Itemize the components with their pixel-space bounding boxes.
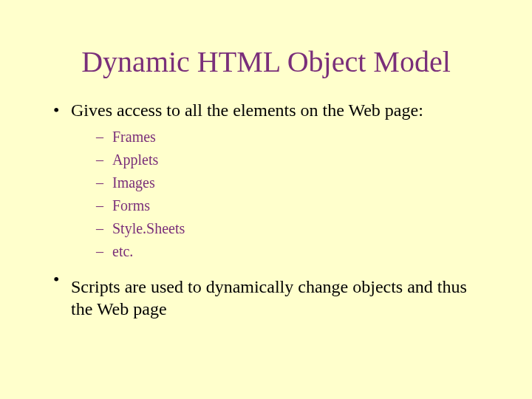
bullet-list-level1: Gives access to all the elements on the … [50,100,488,320]
bullet-list-level2: Frames Applets Images Forms Style.Sheets… [71,127,488,262]
sub-bullet-item: Forms [95,196,488,216]
sub-bullet-text: Images [112,174,155,191]
slide-title: Dynamic HTML Object Model [0,0,532,100]
slide-body: Gives access to all the elements on the … [0,100,532,320]
sub-bullet-item: Applets [95,150,488,170]
slide: Dynamic HTML Object Model Gives access t… [0,0,532,399]
bullet-text: Gives access to all the elements on the … [71,100,423,120]
spacer [71,269,488,276]
bullet-item: Scripts are used to dynamically change o… [50,269,488,320]
sub-bullet-item: Images [95,173,488,193]
sub-bullet-item: etc. [95,242,488,262]
sub-bullet-text: Style.Sheets [112,220,185,236]
bullet-text: Scripts are used to dynamically change o… [71,277,467,318]
sub-bullet-text: etc. [112,243,133,259]
sub-bullet-text: Frames [112,129,156,145]
sub-bullet-text: Forms [112,197,150,214]
sub-bullet-item: Style.Sheets [95,219,488,239]
sub-bullet-text: Applets [112,151,158,168]
bullet-item: Gives access to all the elements on the … [50,100,488,262]
sub-bullet-item: Frames [95,127,488,147]
